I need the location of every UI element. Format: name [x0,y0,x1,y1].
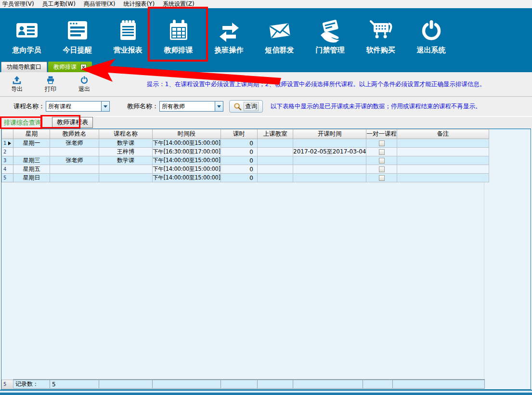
tab-function-navigation[interactable]: 功能导航窗口 [1,62,47,72]
course-select-value: 所有课程 [46,102,71,111]
menu-staff-attendance[interactable]: 员工考勤(W) [42,0,80,8]
menu-system-settings[interactable]: 系统设置(Z) [163,0,199,8]
chevron-down-icon[interactable] [215,102,223,111]
col-course[interactable]: 课程名称 [99,129,153,139]
shopping-cart-icon [367,17,394,44]
envelope-icon [266,17,293,44]
banner-label: 门禁管理 [316,46,345,55]
menu-student-management[interactable]: 学员管理(V) [2,0,39,8]
banner-label: 今日提醒 [63,46,92,55]
swap-arrows-icon [216,17,243,44]
header-row: 星期 教师姓名 课程名称 时间段 课时 上课教室 开课时间 一对一课程 备注 [2,129,489,139]
export-label: 导出 [0,85,34,93]
banner-label: 意向学员 [13,46,41,55]
col-week[interactable]: 星期 [13,129,50,139]
table-row[interactable]: 2 王梓博 下午[16:30:00至17:00:00] 0 2017-02-05… [2,148,489,156]
one-to-one-checkbox[interactable] [379,140,385,146]
col-classroom[interactable]: 上课教室 [258,129,293,139]
corner-cell [2,129,13,139]
banner-label: 教师排课 [164,46,193,55]
schedule-grid-panel: 星期 教师姓名 课程名称 时间段 课时 上课教室 开课时间 一对一课程 备注 1… [1,128,531,390]
id-card-icon [13,17,40,44]
banner-item-intent-students[interactable]: 意向学员 [1,8,52,61]
table-note-text: 以下表格中显示的是已开课或未开课的数据；停用或课程结束的课程不再显示。 [271,102,481,111]
col-teacher[interactable]: 教师姓名 [50,129,99,139]
one-to-one-checkbox[interactable] [379,158,385,164]
record-count-footer: 5 记录数： 5 [1,379,485,389]
row-selector[interactable]: 4 [2,165,13,174]
grid-empty-area [2,180,484,380]
menu-product-management[interactable]: 商品管理(X) [84,0,120,8]
menu-statistics-reports[interactable]: 统计报表(Y) [123,0,159,8]
col-remark[interactable]: 备注 [397,129,489,139]
sub-tab-bar: 排课综合查询 教师课程表 [0,116,532,128]
query-button[interactable]: 查询 [229,100,263,113]
export-button[interactable]: 导出 [0,75,34,93]
banner-label: 营业报表 [114,46,143,55]
banner-item-class-swap[interactable]: 换班操作 [204,8,254,61]
banner-item-sms-broadcast[interactable]: 短信群发 [254,8,305,61]
course-name-label: 课程名称： [13,102,45,111]
banner-label: 短信群发 [265,46,294,55]
row-selector[interactable]: 1 [2,139,13,148]
col-timespan[interactable]: 时间段 [153,129,221,139]
tab-label: 功能导航窗口 [7,63,41,71]
col-start-time[interactable]: 开课时间 [293,129,366,139]
teacher-select[interactable]: 所有教师 [159,101,223,112]
exit-label: 退出 [67,85,101,93]
scheduling-hint-text: 提示：1、在课程设置中必须设置上课周期；2、教师设置中必须选择所代课程。以上两个… [147,80,485,89]
report-notepad-icon [115,17,142,44]
export-icon [12,75,22,85]
schedule-table: 星期 教师姓名 课程名称 时间段 课时 上课教室 开课时间 一对一课程 备注 1… [1,129,489,182]
current-row-marker-icon [8,141,11,145]
record-count-value: 5 [50,380,99,389]
exit-button[interactable]: 退出 [67,75,101,93]
record-count-label: 记录数： [13,380,50,389]
footer-row-number: 5 [2,380,13,389]
exit-power-icon [79,75,89,85]
banner-label: 退出系统 [417,46,446,55]
col-one-to-one[interactable]: 一对一课程 [366,129,397,139]
one-to-one-checkbox[interactable] [379,149,385,155]
chevron-down-icon[interactable] [101,102,109,111]
print-icon [46,75,55,85]
col-hours[interactable]: 课时 [221,129,258,139]
banner-item-access-control[interactable]: 门禁管理 [305,8,355,61]
banner-label: 软件购买 [366,46,395,55]
print-label: 打印 [34,85,67,93]
print-button[interactable]: 打印 [34,75,67,93]
teacher-select-value: 所有教师 [160,102,185,111]
subtab-schedule-query[interactable]: 排课综合查询 [4,118,41,127]
power-icon [418,17,445,44]
table-row[interactable]: 1 星期一 张老师 数学课 下午[14:00:00至15:00:00] 0 [2,139,489,148]
table-row[interactable]: 3 星期三 张老师 数学课 下午[14:00:00至15:00:00] 0 [2,156,489,165]
table-row[interactable]: 4 星期五 下午[14:00:00至15:00:00] 0 [2,165,489,174]
banner-item-today-reminder[interactable]: 今日提醒 [52,8,103,61]
row-selector[interactable]: 2 [2,148,13,156]
course-select[interactable]: 所有课程 [46,101,110,112]
reminder-icon [64,17,91,44]
one-to-one-checkbox[interactable] [379,166,385,172]
page-toolbar: 导出 打印 退出 提示：1、在课程设置中必须设置上课周期；2、教师设置中必须选择… [0,72,532,97]
banner-item-business-report[interactable]: 营业报表 [103,8,153,61]
filter-bar: 课程名称： 所有课程 教师名称： 所有教师 查询 以下表格中显示的是已开课或未开… [0,97,532,116]
access-card-hand-icon [317,17,344,44]
calendar-icon [165,17,192,44]
banner-item-exit-system[interactable]: 退出系统 [406,8,456,61]
subtab-teacher-timetable[interactable]: 教师课程表 [52,117,93,128]
banner-item-teacher-scheduling[interactable]: 教师排课 [153,8,204,61]
main-toolbar-banner: 意向学员 今日提醒 营业报表 [0,8,532,61]
banner-item-software-purchase[interactable]: 软件购买 [355,8,406,61]
banner-label: 换班操作 [215,46,244,55]
query-button-label: 查询 [244,102,259,111]
menu-bar: 学员管理(V) 员工考勤(W) 商品管理(X) 统计报表(Y) 系统设置(Z) [0,0,532,8]
tab-teacher-scheduling[interactable]: 教师排课 × [48,62,92,72]
document-tab-strip: 功能导航窗口 教师排课 × [0,61,532,72]
tab-label: 教师排课 [53,63,77,71]
window-bottom-border [0,390,532,395]
row-selector[interactable]: 3 [2,156,13,165]
teacher-name-label: 教师名称： [127,102,158,111]
magnifier-icon [234,102,242,111]
close-icon[interactable]: × [80,64,87,70]
